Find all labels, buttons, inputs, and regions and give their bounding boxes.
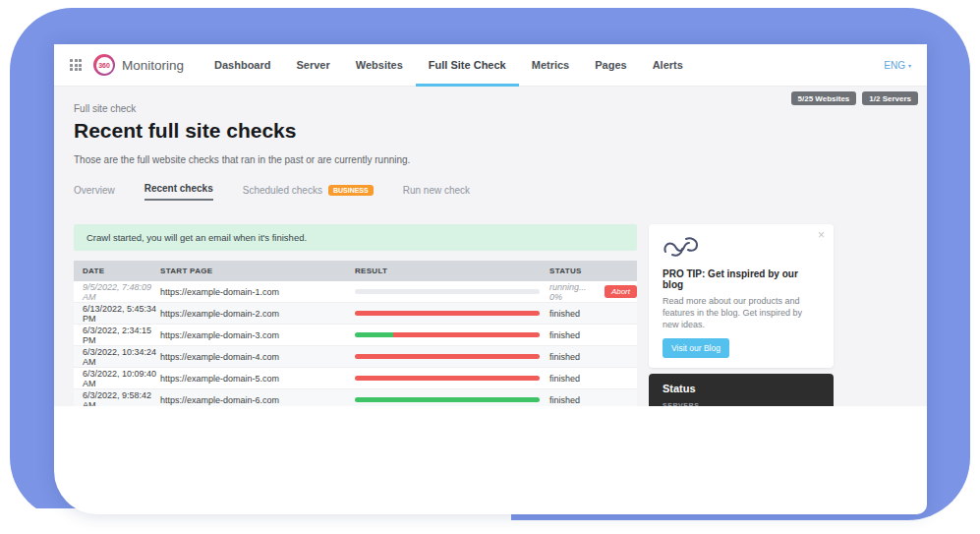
check-status-text: finished xyxy=(549,309,580,319)
servers-usage-badge[interactable]: 1/2 Servers xyxy=(862,91,918,105)
check-status-text: finished xyxy=(549,352,580,362)
pro-tip-card: × PRO TIP: Get inspired by our blog Read… xyxy=(649,224,834,368)
check-status-text: running... 0% xyxy=(549,282,598,302)
column-header-result: RESULT xyxy=(355,267,549,275)
check-date: 6/3/2022, 10:34:24 AM xyxy=(74,347,160,367)
check-status: finished xyxy=(549,352,637,362)
progress-bar xyxy=(355,354,540,359)
check-date: 6/3/2022, 2:34:15 PM xyxy=(74,326,160,345)
table-row: 6/3/2022, 9:58:42 AM https://example-dom… xyxy=(74,389,637,406)
brand-logo-icon[interactable]: 360 xyxy=(93,54,115,76)
chevron-down-icon: ▾ xyxy=(908,62,911,69)
crawl-started-notification: Crawl started, you will get an email whe… xyxy=(74,224,637,251)
tab-run-new-check[interactable]: Run new check xyxy=(403,185,470,201)
check-result xyxy=(355,397,549,402)
column-header-date: DATE xyxy=(74,267,160,275)
check-start-page: https://example-domain-3.com xyxy=(160,330,355,340)
nav-item-server[interactable]: Server xyxy=(284,44,343,87)
check-start-page: https://example-domain-4.com xyxy=(160,352,355,362)
page: 360 Monitoring Dashboard Server Websites… xyxy=(0,0,980,534)
check-start-page: https://example-domain-1.com xyxy=(160,287,355,297)
business-badge: BUSINESS xyxy=(328,185,374,196)
websites-usage-badge[interactable]: 5/25 Websites xyxy=(791,91,857,105)
progress-bar xyxy=(355,397,540,402)
check-result xyxy=(355,311,549,316)
handshake-icon xyxy=(663,236,700,258)
tab-scheduled-checks[interactable]: Scheduled checks BUSINESS xyxy=(243,185,374,201)
close-icon[interactable]: × xyxy=(818,228,825,242)
app-grid-icon[interactable] xyxy=(70,59,82,71)
usage-badges: 5/25 Websites 1/2 Servers xyxy=(791,91,918,105)
nav-item-websites[interactable]: Websites xyxy=(343,44,416,87)
visit-blog-button[interactable]: Visit our Blog xyxy=(663,338,729,358)
check-result xyxy=(355,332,549,337)
progress-bar xyxy=(355,311,540,316)
abort-button[interactable]: Abort xyxy=(605,285,637,298)
checks-table: DATE START PAGE RESULT STATUS 9/5/2022, … xyxy=(74,261,637,406)
check-date: 6/3/2022, 10:09:40 AM xyxy=(74,369,160,388)
table-row: 6/13/2022, 5:45:34 PM https://example-do… xyxy=(74,303,637,325)
content-area: 5/25 Websites 1/2 Servers Full site chec… xyxy=(54,87,927,406)
app-window: 360 Monitoring Dashboard Server Websites… xyxy=(54,44,927,514)
nav-item-metrics[interactable]: Metrics xyxy=(519,44,583,87)
progress-bar xyxy=(355,289,540,294)
nav-item-dashboard[interactable]: Dashboard xyxy=(202,44,283,87)
column-header-status: STATUS xyxy=(549,267,637,275)
check-status: running... 0% Abort xyxy=(549,282,637,302)
top-navbar: 360 Monitoring Dashboard Server Websites… xyxy=(54,44,927,87)
check-status-text: finished xyxy=(549,395,580,405)
status-card: Status SERVERS 0 open alert(s) 0 servers… xyxy=(649,374,834,406)
table-row: 9/5/2022, 7:48:09 AM https://example-dom… xyxy=(74,281,637,303)
check-status: finished xyxy=(549,309,637,319)
tab-overview[interactable]: Overview xyxy=(74,185,115,201)
table-header-row: DATE START PAGE RESULT STATUS xyxy=(74,261,637,281)
column-header-start-page: START PAGE xyxy=(160,267,355,275)
pro-tip-body: Read more about our products and feature… xyxy=(663,295,820,330)
tab-scheduled-checks-label: Scheduled checks xyxy=(243,185,322,196)
check-result xyxy=(355,354,549,359)
page-description: Those are the full website checks that r… xyxy=(74,154,907,165)
check-status: finished xyxy=(549,374,637,384)
breadcrumb: Full site check xyxy=(74,87,907,114)
check-start-page: https://example-domain-5.com xyxy=(160,374,355,384)
progress-bar xyxy=(355,332,540,337)
tab-recent-checks[interactable]: Recent checks xyxy=(144,183,213,201)
table-row: 6/3/2022, 2:34:15 PM https://example-dom… xyxy=(74,325,637,346)
language-label: ENG xyxy=(884,60,905,71)
check-result xyxy=(355,376,549,381)
check-date: 6/13/2022, 5:45:34 PM xyxy=(74,304,160,324)
check-status: finished xyxy=(549,330,637,340)
tab-bar: Overview Recent checks Scheduled checks … xyxy=(74,183,907,201)
check-date: 9/5/2022, 7:48:09 AM xyxy=(74,282,160,302)
check-start-page: https://example-domain-6.com xyxy=(160,395,355,405)
progress-bar xyxy=(355,376,540,381)
table-row: 6/3/2022, 10:09:40 AM https://example-do… xyxy=(74,368,637,389)
check-status-text: finished xyxy=(549,330,580,340)
nav-item-pages[interactable]: Pages xyxy=(582,44,639,87)
language-selector[interactable]: ENG ▾ xyxy=(884,60,911,71)
brand-name: Monitoring xyxy=(122,58,184,73)
brand-logo-text: 360 xyxy=(96,57,113,74)
page-title: Recent full site checks xyxy=(74,119,907,143)
pro-tip-title: PRO TIP: Get inspired by our blog xyxy=(663,268,820,290)
nav-item-alerts[interactable]: Alerts xyxy=(640,44,696,87)
status-section-servers: SERVERS xyxy=(663,402,820,406)
check-result xyxy=(355,289,549,294)
status-card-title: Status xyxy=(663,383,820,394)
check-status-text: finished xyxy=(549,374,580,384)
check-date: 6/3/2022, 9:58:42 AM xyxy=(74,390,160,407)
check-status: finished xyxy=(549,395,637,405)
table-row: 6/3/2022, 10:34:24 AM https://example-do… xyxy=(74,346,637,368)
check-start-page: https://example-domain-2.com xyxy=(160,309,355,319)
nav-item-full-site-check[interactable]: Full Site Check xyxy=(416,44,519,87)
